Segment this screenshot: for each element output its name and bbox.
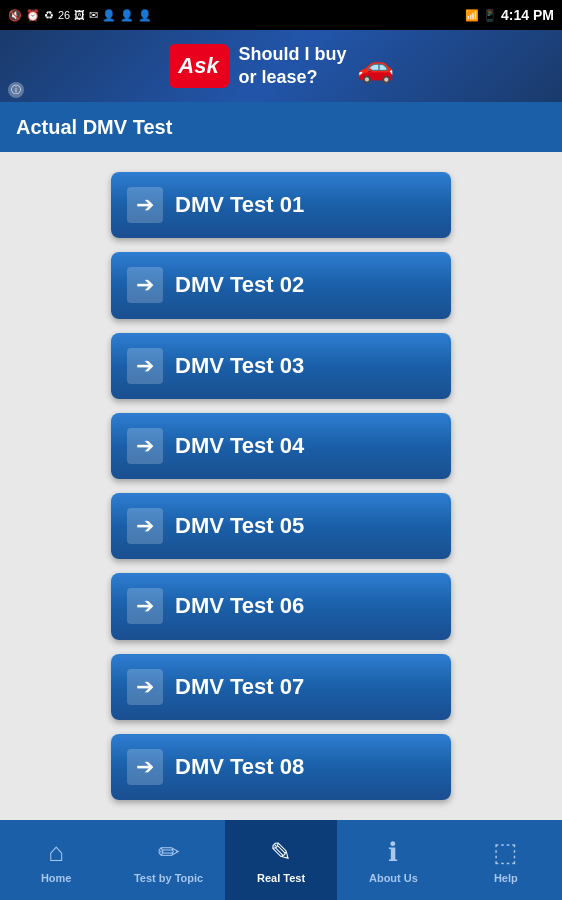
test-label-2: DMV Test 02	[175, 272, 304, 298]
arrow-icon-1: ➔	[127, 187, 163, 223]
arrow-icon-3: ➔	[127, 348, 163, 384]
user1-icon: 👤	[102, 9, 116, 22]
alarm-icon: ⏰	[26, 9, 40, 22]
test-button-8[interactable]: ➔DMV Test 08	[111, 734, 451, 800]
nav-item-about-us[interactable]: ℹAbout Us	[337, 820, 449, 900]
test-label-8: DMV Test 08	[175, 754, 304, 780]
ad-info-icon[interactable]: ⓘ	[8, 82, 24, 98]
real-test-icon: ✎	[270, 837, 292, 868]
ad-text: Should I buy or lease?	[239, 43, 347, 90]
test-label-7: DMV Test 07	[175, 674, 304, 700]
nav-item-test-by-topic[interactable]: ✏Test by Topic	[112, 820, 224, 900]
ad-line1: Should I buy	[239, 43, 347, 66]
test-label-1: DMV Test 01	[175, 192, 304, 218]
battery-num: 26	[58, 9, 70, 21]
sync-icon: ♻	[44, 9, 54, 22]
arrow-icon-4: ➔	[127, 428, 163, 464]
arrow-icon-2: ➔	[127, 267, 163, 303]
nav-item-home[interactable]: ⌂Home	[0, 820, 112, 900]
user3-icon: 👤	[138, 9, 152, 22]
real-test-label: Real Test	[257, 872, 305, 884]
test-label-3: DMV Test 03	[175, 353, 304, 379]
page-title: Actual DMV Test	[16, 116, 172, 139]
ask-logo: Ask	[169, 44, 229, 88]
wifi-icon: 📶	[465, 9, 479, 22]
test-by-topic-icon: ✏	[158, 837, 180, 868]
status-right-icons: 📶 📱 4:14 PM	[465, 7, 554, 23]
home-label: Home	[41, 872, 72, 884]
bottom-nav: ⌂Home✏Test by Topic✎Real TestℹAbout Us⬚H…	[0, 820, 562, 900]
nav-item-help[interactable]: ⬚Help	[450, 820, 562, 900]
help-label: Help	[494, 872, 518, 884]
header: Actual DMV Test	[0, 102, 562, 152]
test-button-4[interactable]: ➔DMV Test 04	[111, 413, 451, 479]
home-icon: ⌂	[48, 837, 64, 868]
status-time: 4:14 PM	[501, 7, 554, 23]
test-button-2[interactable]: ➔DMV Test 02	[111, 252, 451, 318]
arrow-icon-7: ➔	[127, 669, 163, 705]
signal-icon: 📱	[483, 9, 497, 22]
ad-content: Ask Should I buy or lease? 🚗	[169, 43, 394, 90]
ad-banner[interactable]: Ask Should I buy or lease? 🚗 ⓘ	[0, 30, 562, 102]
mute-icon: 🔇	[8, 9, 22, 22]
photo-icon: 🖼	[74, 9, 85, 21]
ad-car-icon: 🚗	[357, 49, 394, 84]
user2-icon: 👤	[120, 9, 134, 22]
test-label-5: DMV Test 05	[175, 513, 304, 539]
test-button-3[interactable]: ➔DMV Test 03	[111, 333, 451, 399]
test-label-4: DMV Test 04	[175, 433, 304, 459]
arrow-icon-8: ➔	[127, 749, 163, 785]
test-button-5[interactable]: ➔DMV Test 05	[111, 493, 451, 559]
test-label-6: DMV Test 06	[175, 593, 304, 619]
main-content: ➔DMV Test 01➔DMV Test 02➔DMV Test 03➔DMV…	[0, 152, 562, 820]
about-us-label: About Us	[369, 872, 418, 884]
arrow-icon-5: ➔	[127, 508, 163, 544]
test-button-6[interactable]: ➔DMV Test 06	[111, 573, 451, 639]
test-button-7[interactable]: ➔DMV Test 07	[111, 654, 451, 720]
about-us-icon: ℹ	[388, 837, 398, 868]
status-bar: 🔇 ⏰ ♻ 26 🖼 ✉ 👤 👤 👤 📶 📱 4:14 PM	[0, 0, 562, 30]
arrow-icon-6: ➔	[127, 588, 163, 624]
ad-line2: or lease?	[239, 66, 347, 89]
test-button-1[interactable]: ➔DMV Test 01	[111, 172, 451, 238]
help-icon: ⬚	[493, 837, 518, 868]
test-by-topic-label: Test by Topic	[134, 872, 203, 884]
nav-item-real-test[interactable]: ✎Real Test	[225, 820, 337, 900]
status-left-icons: 🔇 ⏰ ♻ 26 🖼 ✉ 👤 👤 👤	[8, 9, 152, 22]
email-icon: ✉	[89, 9, 98, 22]
